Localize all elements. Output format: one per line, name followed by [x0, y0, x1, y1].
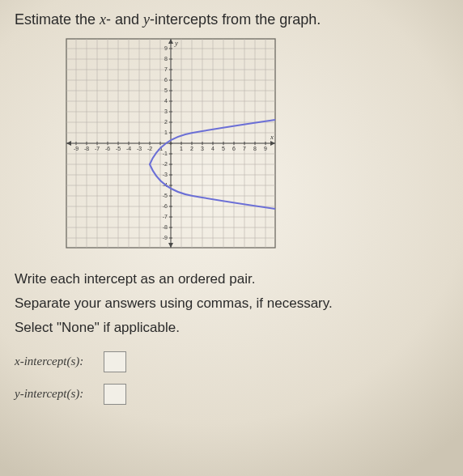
q-and: and [111, 11, 143, 28]
y-intercept-row: y-intercept(s): [15, 384, 448, 405]
svg-text:5: 5 [164, 87, 168, 93]
instruction-line-3: Select "None" if applicable. [15, 316, 448, 340]
instruction-line-2: Separate your answers using commas, if n… [15, 291, 448, 316]
svg-text:-5: -5 [116, 146, 121, 151]
instruction-line-1: Write each intercept as an ordered pair. [15, 267, 448, 291]
q-suffix: -intercepts from the graph. [150, 11, 321, 28]
y-intercept-input[interactable] [104, 384, 126, 405]
svg-text:-8: -8 [84, 146, 89, 151]
svg-text:5: 5 [222, 146, 225, 151]
svg-text:1: 1 [180, 146, 183, 151]
y-intercept-label: y-intercept(s): [15, 387, 104, 401]
svg-text:-9: -9 [163, 235, 168, 240]
svg-text:1: 1 [164, 130, 168, 135]
svg-text:2: 2 [190, 146, 193, 151]
x-intercept-row: x-intercept(s): [15, 351, 448, 372]
y-axis-label: y [174, 39, 178, 47]
svg-text:-4: -4 [126, 146, 131, 151]
svg-text:4: 4 [164, 98, 168, 104]
y-axis-arrow-up [168, 39, 173, 44]
svg-text:-8: -8 [163, 224, 168, 230]
svg-text:4: 4 [211, 146, 215, 151]
q-prefix: Estimate the [15, 11, 100, 28]
question-text: Estimate the x- and y-intercepts from th… [15, 10, 448, 29]
svg-text:2: 2 [164, 119, 168, 125]
svg-text:-6: -6 [163, 203, 168, 209]
svg-text:-6: -6 [105, 146, 110, 151]
svg-text:6: 6 [164, 77, 168, 83]
svg-text:-1: -1 [163, 151, 168, 156]
svg-text:8: 8 [164, 56, 168, 62]
x-axis-arrow-left [66, 141, 71, 146]
svg-text:9: 9 [264, 146, 267, 151]
svg-text:-5: -5 [163, 193, 168, 198]
x-intercept-label: x-intercept(s): [15, 355, 104, 368]
svg-text:3: 3 [164, 108, 168, 114]
graph-container: placeholder x y -9-9-8-8-7-7-6-6-5-5-4-4… [63, 36, 448, 251]
instructions-block: Write each intercept as an ordered pair.… [15, 267, 448, 339]
x-axis-label: x [270, 133, 274, 141]
svg-text:-7: -7 [95, 146, 100, 151]
svg-text:8: 8 [253, 146, 257, 151]
graph-svg: placeholder x y -9-9-8-8-7-7-6-6-5-5-4-4… [63, 36, 278, 251]
svg-text:-3: -3 [137, 146, 142, 151]
svg-text:-2: -2 [147, 146, 152, 151]
svg-text:-2: -2 [163, 161, 168, 167]
svg-text:9: 9 [164, 45, 168, 51]
svg-text:-7: -7 [163, 214, 168, 219]
svg-text:6: 6 [232, 146, 236, 151]
svg-text:7: 7 [164, 66, 168, 72]
x-intercept-input[interactable] [104, 351, 126, 372]
svg-text:7: 7 [243, 146, 246, 151]
x-axis-arrow-right [270, 141, 275, 146]
y-axis-arrow-down [168, 243, 173, 248]
svg-text:-3: -3 [163, 172, 168, 177]
q-yvar: y [143, 11, 150, 28]
svg-text:-9: -9 [74, 146, 79, 151]
q-xvar: x [100, 11, 106, 28]
svg-text:3: 3 [201, 146, 204, 151]
